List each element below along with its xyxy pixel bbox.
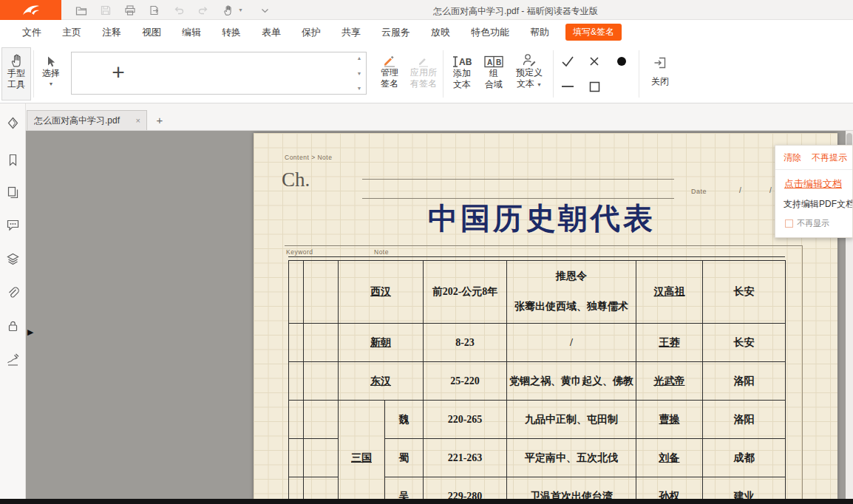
hand-tool-button[interactable]: 手型 工具 [1,47,31,101]
svg-text:B: B [496,58,501,67]
phoenix-icon [21,4,41,17]
popup-edit-description: 支持编辑PDF文档 [784,198,852,211]
titlebar: ▼ 怎么面对高中学习.pdf - 福昕阅读器专业版 [0,0,853,20]
sidebar-pages[interactable] [6,185,20,200]
sidebar-attachments[interactable] [6,286,20,300]
menu-item-view[interactable]: 视图 [132,20,171,44]
date-separator: / [769,186,772,194]
signature-expand-icon[interactable]: ▼ [357,86,362,91]
popup-header: 清除 不再提示 [775,146,852,170]
combine-fields-button[interactable]: AB 组 合域 [479,47,509,101]
stamp-check-button[interactable] [558,52,577,71]
stamp-line-button[interactable] [558,77,577,96]
menu-item-features[interactable]: 特色功能 [461,20,520,44]
predefined-dropdown-icon[interactable]: ▼ [537,82,542,87]
tab-fill-sign-badge[interactable]: 填写&签名 [565,24,622,41]
manage-signatures-button[interactable]: 管理 签名 [374,47,405,101]
signature-list-box: + ▲ ▼ ▼ [71,52,367,95]
sidebar-security[interactable] [6,319,20,333]
save-icon [100,4,112,16]
menu-item-home[interactable]: 主页 [52,20,92,44]
menu-item-help[interactable]: 帮助 [520,20,560,44]
export-button[interactable] [147,3,162,18]
redo-button[interactable] [196,3,211,18]
hand-tool-quick-button[interactable] [220,3,235,18]
foxit-logo[interactable] [0,0,61,20]
stamp-cross-button[interactable] [585,52,604,71]
cross-icon [588,55,600,67]
menu-item-share[interactable]: 共享 [331,20,371,44]
menu-item-comment[interactable]: 注释 [92,20,132,44]
ribbon-fill-sign: 手型 工具 选择 ▼ + ▲ ▼ ▼ 管理 签名 应用所 有签名 [0,44,853,103]
date-separator: / [739,186,741,194]
tab-close-icon[interactable]: × [135,116,142,125]
dont-show-label: 不再显示 [797,218,829,229]
dynasty-group-link[interactable]: 三国 [339,401,385,500]
undo-button[interactable] [171,3,186,18]
print-button[interactable] [123,3,137,18]
sidebar-annotation-tool[interactable] [6,116,20,130]
popup-edit-document-link[interactable]: 点击编辑文档 [784,177,852,191]
open-file-button[interactable] [74,3,89,18]
dot-icon [616,55,628,67]
capital-text: 长安 [703,324,786,362]
capital-text: 建业 [703,477,786,500]
menu-item-edit[interactable]: 编辑 [171,20,211,44]
add-text-button[interactable]: AB 添加 文本 [446,47,478,101]
menu-item-cloud[interactable]: 云服务 [371,20,421,44]
export-icon [149,4,160,16]
save-button[interactable] [98,3,113,18]
sidebar-bookmarks[interactable] [6,153,20,167]
pages-icon [6,185,20,200]
founder-link[interactable]: 王莽 [636,324,703,362]
print-icon [124,4,136,16]
add-signature-button[interactable]: + [106,58,131,88]
keyword-line [285,245,802,246]
sub-dynasty-label: 蜀 [385,439,424,477]
popup-clear-link[interactable]: 清除 [784,151,801,164]
menu-item-present[interactable]: 放映 [421,20,461,44]
predefined-text-button[interactable]: 预定义 文本▼ [510,47,548,101]
keyword-label: Keyword [286,248,313,256]
popup-dont-remind-link[interactable]: 不再提示 [812,151,847,164]
close-fill-sign-button[interactable]: 关闭 [645,47,676,101]
chapter-label: Ch. [282,168,310,191]
founder-link[interactable]: 曹操 [636,401,703,439]
founder-link[interactable]: 光武帝 [636,362,703,401]
founder-link[interactable]: 刘备 [636,439,703,477]
toolbar-collapse-icon[interactable] [257,3,272,18]
dynasty-link[interactable]: 新朝 [339,324,424,362]
select-tool-button[interactable]: 选择 ▼ [35,47,67,101]
document-tab[interactable]: 怎么面对高中学习.pdf × [27,110,147,130]
period-value: 221-263 [424,439,507,477]
date-label: Date [691,188,707,195]
dynasty-link[interactable]: 东汉 [339,362,424,401]
menu-item-file[interactable]: 文件 [12,20,52,44]
popup-checkbox-row: 不再显示 [785,218,852,229]
sidebar-digital-signature[interactable] [6,353,20,367]
table-top-rule [288,256,785,257]
menu-item-convert[interactable]: 转换 [211,20,251,44]
menu-item-form[interactable]: 表单 [251,20,291,44]
dynasty-link[interactable]: 西汉 [339,261,424,324]
menu-item-protect[interactable]: 保护 [291,20,331,44]
apply-all-signatures-button[interactable]: 应用所 有签名 [406,47,441,101]
sidebar-comments[interactable] [6,218,20,232]
stamp-dot-button[interactable] [612,52,631,71]
hand-tool-dropdown-icon[interactable]: ▼ [238,7,243,13]
svg-text:AB: AB [459,57,472,67]
sidebar-expand-handle[interactable]: ▶ [27,327,33,337]
manage-signature-icon [382,52,397,67]
founder-link[interactable]: 孙权 [636,477,703,500]
statusbar [0,499,853,504]
sidebar-layers[interactable] [6,252,20,266]
events-text: 推恩令 张骞出使西域、独尊儒术 [507,261,636,324]
new-tab-button[interactable]: + [153,114,166,127]
founder-link[interactable]: 汉高祖 [636,261,703,324]
page-margin-line [802,245,803,499]
stamp-square-button[interactable] [585,77,604,96]
signature-scroll-down-icon[interactable]: ▼ [357,71,362,76]
signature-scroll-up-icon[interactable]: ▲ [357,55,362,61]
select-dropdown-icon[interactable]: ▼ [49,81,54,86]
dont-show-checkbox[interactable] [785,219,793,228]
